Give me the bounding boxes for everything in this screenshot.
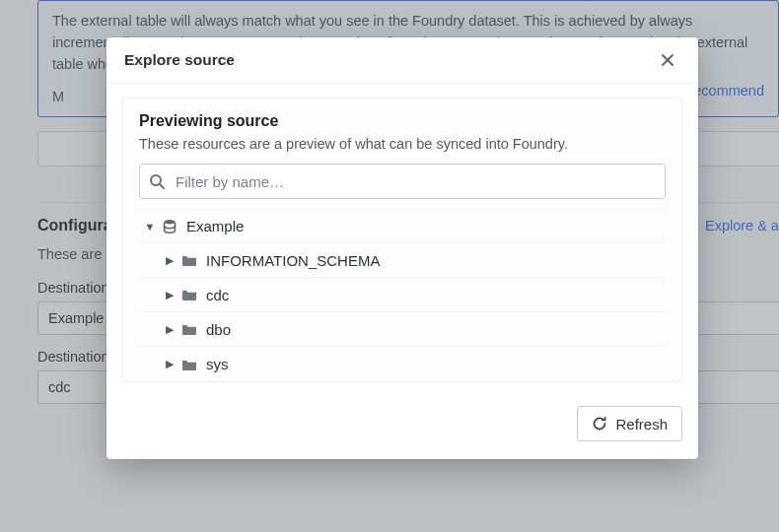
- preview-description: These resources are a preview of what ca…: [139, 136, 666, 152]
- tree-child-row[interactable]: ▶ INFORMATION_SCHEMA: [139, 243, 666, 278]
- tree-child-label: cdc: [206, 287, 229, 303]
- refresh-label: Refresh: [615, 416, 668, 432]
- folder-icon: [180, 251, 198, 269]
- filter-wrap: [139, 164, 666, 199]
- preview-card: Previewing source These resources are a …: [122, 98, 682, 382]
- chevron-right-icon: ▶: [163, 289, 177, 301]
- resource-tree: ▼ Example ▶ INFORMATION_SCHEMA: [139, 209, 666, 381]
- chevron-right-icon: ▶: [163, 254, 177, 267]
- tree-child-row[interactable]: ▶ dbo: [139, 312, 666, 347]
- database-icon: [161, 218, 178, 235]
- chevron-down-icon: ▼: [143, 221, 157, 233]
- tree-root-row[interactable]: ▼ Example: [139, 209, 666, 243]
- explore-source-modal: Explore source Previewing source These r…: [106, 37, 698, 459]
- preview-title: Previewing source: [139, 112, 666, 130]
- tree-root-label: Example: [186, 218, 244, 234]
- chevron-right-icon: ▶: [163, 358, 177, 370]
- svg-line-1: [160, 184, 164, 188]
- tree-child-row[interactable]: ▶ cdc: [139, 278, 666, 312]
- folder-icon: [180, 356, 198, 373]
- modal-footer: Refresh: [106, 392, 698, 459]
- folder-icon: [180, 320, 198, 338]
- refresh-icon: [592, 416, 607, 432]
- folder-icon: [180, 286, 198, 303]
- svg-point-2: [165, 220, 176, 224]
- modal-header: Explore source: [106, 37, 698, 83]
- search-icon: [149, 173, 165, 189]
- chevron-right-icon: ▶: [163, 323, 177, 336]
- tree-child-label: INFORMATION_SCHEMA: [206, 252, 380, 269]
- tree-child-row[interactable]: ▶ sys: [139, 347, 666, 381]
- filter-input[interactable]: [139, 164, 666, 199]
- modal-title: Explore source: [124, 51, 235, 69]
- close-button[interactable]: [655, 49, 680, 71]
- refresh-button[interactable]: Refresh: [577, 406, 682, 441]
- modal-body: Previewing source These resources are a …: [106, 83, 698, 392]
- close-icon: [661, 53, 674, 67]
- tree-child-label: dbo: [206, 321, 231, 338]
- tree-child-label: sys: [206, 356, 229, 372]
